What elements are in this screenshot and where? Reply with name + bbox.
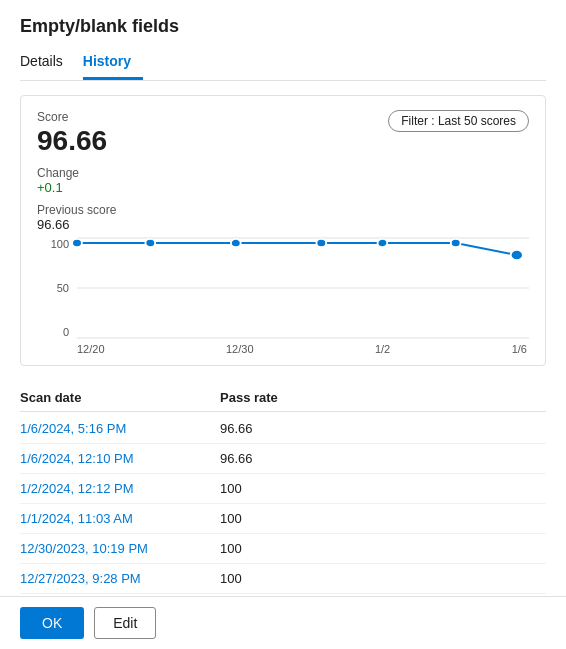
line-chart	[77, 238, 529, 338]
table-row: 1/2/2024, 12:12 PM 100	[20, 474, 546, 504]
svg-point-4	[145, 239, 155, 247]
chart-card: Score 96.66 Change +0.1 Previous score 9…	[20, 95, 546, 366]
row-date[interactable]: 12/27/2023, 9:28 PM	[20, 571, 220, 586]
page-title: Empty/blank fields	[20, 16, 546, 37]
row-pass: 96.66	[220, 421, 546, 436]
table-row: 1/1/2024, 11:03 AM 100	[20, 504, 546, 534]
table-row: 12/27/2023, 9:28 PM 100	[20, 564, 546, 594]
svg-point-9	[511, 250, 523, 260]
table-row: 12/30/2023, 10:19 PM 100	[20, 534, 546, 564]
table-row: 1/6/2024, 12:10 PM 96.66	[20, 444, 546, 474]
row-pass: 100	[220, 481, 546, 496]
svg-point-5	[231, 239, 241, 247]
row-date[interactable]: 12/30/2023, 10:19 PM	[20, 541, 220, 556]
ok-button[interactable]: OK	[20, 607, 84, 639]
row-date[interactable]: 1/1/2024, 11:03 AM	[20, 511, 220, 526]
filter-button[interactable]: Filter : Last 50 scores	[388, 110, 529, 132]
row-pass: 100	[220, 541, 546, 556]
tab-bar: Details History	[20, 47, 546, 81]
x-label-12: 1/2	[375, 343, 390, 355]
y-label-100: 100	[37, 238, 69, 250]
change-value: +0.1	[37, 180, 116, 195]
tab-history[interactable]: History	[83, 47, 143, 80]
change-label: Change	[37, 166, 116, 180]
y-axis: 100 50 0	[37, 238, 77, 338]
score-value: 96.66	[37, 124, 116, 158]
score-label: Score	[37, 110, 116, 124]
row-date[interactable]: 1/6/2024, 12:10 PM	[20, 451, 220, 466]
score-section: Score 96.66 Change +0.1 Previous score 9…	[37, 110, 116, 232]
footer: OK Edit	[0, 596, 566, 649]
prev-score-label: Previous score	[37, 203, 116, 217]
y-label-0: 0	[37, 326, 69, 338]
row-date[interactable]: 1/2/2024, 12:12 PM	[20, 481, 220, 496]
col-date-header: Scan date	[20, 390, 220, 405]
svg-point-8	[451, 239, 461, 247]
row-pass: 100	[220, 571, 546, 586]
svg-point-6	[316, 239, 326, 247]
row-pass: 96.66	[220, 451, 546, 466]
x-axis: 12/20 12/30 1/2 1/6	[77, 343, 529, 355]
table-header: Scan date Pass rate	[20, 384, 546, 412]
table-row: 1/6/2024, 5:16 PM 96.66	[20, 414, 546, 444]
x-label-1230: 12/30	[226, 343, 254, 355]
tab-details[interactable]: Details	[20, 47, 75, 80]
svg-point-3	[72, 239, 82, 247]
row-date[interactable]: 1/6/2024, 5:16 PM	[20, 421, 220, 436]
y-label-50: 50	[37, 282, 69, 294]
x-label-1220: 12/20	[77, 343, 105, 355]
row-pass: 100	[220, 511, 546, 526]
edit-button[interactable]: Edit	[94, 607, 156, 639]
col-pass-header: Pass rate	[220, 390, 546, 405]
svg-point-7	[378, 239, 388, 247]
prev-score-value: 96.66	[37, 217, 116, 232]
x-label-16: 1/6	[512, 343, 527, 355]
